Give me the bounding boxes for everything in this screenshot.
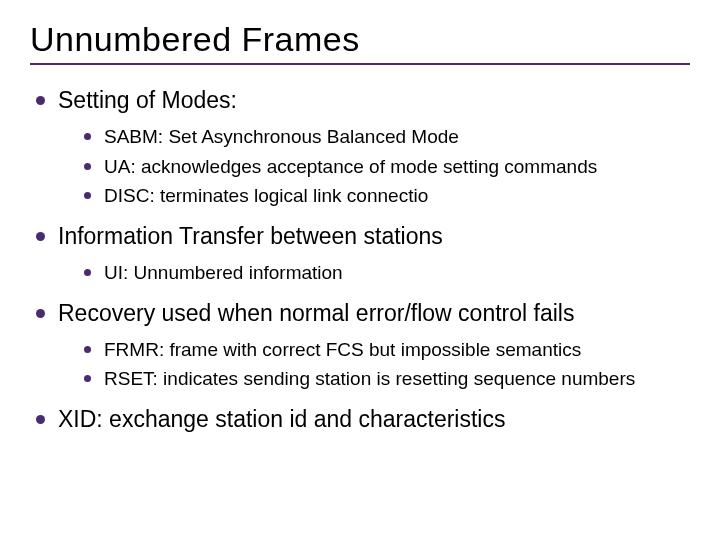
list-item: XID: exchange station id and characteris… xyxy=(30,404,690,435)
sub-list: FRMR: frame with correct FCS but impossi… xyxy=(58,337,690,392)
slide-title: Unnumbered Frames xyxy=(30,20,690,59)
sub-list-item-text: UA: acknowledges acceptance of mode sett… xyxy=(104,156,597,177)
sub-list-item: DISC: terminates logical link connectio xyxy=(58,183,690,209)
sub-list-item: RSET: indicates sending station is reset… xyxy=(58,366,690,392)
sub-list-item-text: DISC: terminates logical link connectio xyxy=(104,185,428,206)
sub-list: UI: Unnumbered information xyxy=(58,260,690,286)
list-item: Information Transfer between stations UI… xyxy=(30,221,690,286)
list-item-text: Setting of Modes: xyxy=(58,87,237,113)
sub-list-item: UI: Unnumbered information xyxy=(58,260,690,286)
bullet-list: Setting of Modes: SABM: Set Asynchronous… xyxy=(30,85,690,435)
sub-list-item: SABM: Set Asynchronous Balanced Mode xyxy=(58,124,690,150)
title-underline xyxy=(30,63,690,65)
list-item-text: XID: exchange station id and characteris… xyxy=(58,406,505,432)
sub-list-item: UA: acknowledges acceptance of mode sett… xyxy=(58,154,690,180)
slide: Unnumbered Frames Setting of Modes: SABM… xyxy=(0,0,720,467)
list-item: Recovery used when normal error/flow con… xyxy=(30,298,690,392)
sub-list-item-text: RSET: indicates sending station is reset… xyxy=(104,368,635,389)
sub-list-item-text: SABM: Set Asynchronous Balanced Mode xyxy=(104,126,459,147)
list-item: Setting of Modes: SABM: Set Asynchronous… xyxy=(30,85,690,209)
sub-list-item: FRMR: frame with correct FCS but impossi… xyxy=(58,337,690,363)
sub-list-item-text: UI: Unnumbered information xyxy=(104,262,343,283)
list-item-text: Recovery used when normal error/flow con… xyxy=(58,300,574,326)
sub-list-item-text: FRMR: frame with correct FCS but impossi… xyxy=(104,339,581,360)
list-item-text: Information Transfer between stations xyxy=(58,223,443,249)
sub-list: SABM: Set Asynchronous Balanced Mode UA:… xyxy=(58,124,690,209)
